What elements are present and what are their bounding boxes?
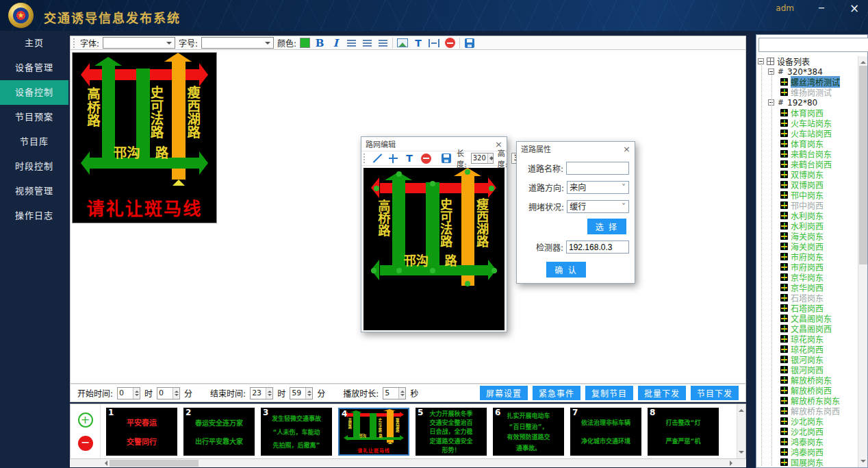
- font-size-select[interactable]: [201, 37, 274, 49]
- congestion-select[interactable]: 缓行: [567, 200, 629, 213]
- tree-device-1-2[interactable]: 火车站岗西: [758, 128, 857, 138]
- tree-root-device-list[interactable]: 设备列表: [758, 56, 857, 66]
- tree-device-1-4[interactable]: 来鹤台岗东: [758, 149, 857, 159]
- draw-road-button[interactable]: [370, 152, 383, 164]
- spin-up-icon[interactable]: [488, 153, 493, 158]
- props-dialog-titlebar[interactable]: 道路属性 ×: [517, 142, 635, 156]
- tree-device-0-0[interactable]: 螺丝湾桥测试: [758, 77, 857, 87]
- road-node[interactable]: [492, 268, 497, 273]
- scroll-left-icon[interactable]: [102, 460, 107, 466]
- playlist-item-1[interactable]: 1平安春运交警同行: [106, 408, 177, 456]
- tree-device-1-27[interactable]: 解放桥岗西: [758, 385, 857, 395]
- tree-device-1-34[interactable]: 国展岗东: [758, 457, 857, 467]
- road-node[interactable]: [465, 281, 470, 286]
- playlist-item-5[interactable]: 5大力开展秋冬季交通安全整治百日会战，全力稳定道路交通安全形势！: [416, 408, 487, 456]
- playlist-vertical-scrollbar[interactable]: [737, 404, 745, 458]
- schedule-button-0[interactable]: 屏幕设置: [480, 386, 528, 400]
- tree-device-1-22[interactable]: 琼花岗东: [758, 334, 857, 344]
- tree-device-1-19[interactable]: 石塔岗西: [758, 303, 857, 313]
- props-close-icon[interactable]: ×: [623, 144, 630, 154]
- playlist-item-8[interactable]: 8打击整改“灯严查严惩“机: [648, 408, 719, 456]
- select-detector-button[interactable]: 选 择: [587, 219, 626, 234]
- scrollbar-thumb[interactable]: [859, 66, 867, 264]
- roadnet-editor-canvas[interactable]: 高桥路史可法路瘦西湖路邗沟路: [363, 168, 505, 330]
- start-minute-spinner[interactable]: 0: [157, 387, 180, 399]
- scroll-down-icon[interactable]: [860, 460, 866, 465]
- end-minute-spinner[interactable]: 59: [290, 387, 313, 399]
- tree-device-1-20[interactable]: 文昌阁岗东: [758, 313, 857, 323]
- sign-preview[interactable]: 高桥路史可法路瘦西湖路邗沟路请礼让斑马线: [72, 52, 217, 223]
- tree-device-1-28[interactable]: 解放桥东岗东: [758, 395, 857, 406]
- roadnet-save-button[interactable]: [440, 152, 452, 164]
- sidebar-item-5[interactable]: 时段控制: [0, 154, 68, 179]
- tree-device-1-0[interactable]: 体育岗西: [758, 108, 857, 118]
- tree-device-1-23[interactable]: 琼花岗西: [758, 344, 857, 354]
- duration-spinner[interactable]: 5: [383, 387, 406, 399]
- add-program-button[interactable]: +: [78, 412, 93, 428]
- road-node[interactable]: [430, 268, 435, 273]
- remove-program-button[interactable]: −: [78, 436, 93, 451]
- scroll-right-icon[interactable]: [730, 460, 735, 466]
- detector-field[interactable]: [566, 241, 629, 254]
- tree-device-1-9[interactable]: 邗中岗西: [758, 200, 857, 210]
- fit-screen-button[interactable]: [428, 37, 440, 49]
- delete-element-button[interactable]: [444, 37, 456, 49]
- tree-group-320x384[interactable]: #320*384: [758, 66, 857, 77]
- color-swatch[interactable]: [300, 38, 310, 48]
- tree-device-1-15[interactable]: 市府岗西: [758, 262, 857, 272]
- length-spinner[interactable]: 320: [471, 153, 494, 164]
- sidebar-item-6[interactable]: 视频管理: [0, 179, 68, 204]
- device-tree-scrollbar[interactable]: [858, 56, 867, 467]
- road-direction-select[interactable]: 来向: [567, 181, 629, 194]
- tree-device-1-30[interactable]: 沙北岗东: [758, 416, 857, 426]
- playlist-item-4[interactable]: 4高桥路史可法路瘦西湖路邗沟路请礼让斑马线: [338, 408, 409, 456]
- road-node[interactable]: [396, 268, 402, 273]
- road-node[interactable]: [374, 186, 379, 191]
- sidebar-item-4[interactable]: 节目库: [0, 130, 68, 154]
- crossing-tool-button[interactable]: [387, 152, 399, 164]
- playlist-item-6[interactable]: 6扎实开展电动车“百日整治”，有效预防道路交通事故。: [493, 408, 564, 456]
- tree-device-1-12[interactable]: 海关岗东: [758, 231, 857, 241]
- playlist-item-2[interactable]: 2春运安全连万家出行平安靠大家: [183, 408, 255, 456]
- tree-device-1-5[interactable]: 来鹤台岗西: [758, 159, 857, 169]
- tree-device-1-8[interactable]: 邗中岗东: [758, 190, 857, 200]
- tree-device-1-14[interactable]: 市府岗东: [758, 251, 857, 262]
- spin-down-icon[interactable]: [488, 158, 493, 163]
- tree-device-1-16[interactable]: 京华岗东: [758, 272, 857, 282]
- road-node[interactable]: [465, 169, 470, 175]
- tree-device-1-26[interactable]: 解放桥岗东: [758, 375, 857, 385]
- confirm-button[interactable]: 确 认: [546, 262, 585, 278]
- sidebar-item-2[interactable]: 设备控制: [0, 80, 68, 105]
- tree-device-1-25[interactable]: 银河岗西: [758, 365, 857, 375]
- tree-device-1-33[interactable]: 鸿泰岗西: [758, 447, 857, 457]
- sidebar-item-7[interactable]: 操作日志: [0, 204, 68, 228]
- tree-device-1-18[interactable]: 石塔岗东: [758, 293, 857, 303]
- tree-device-1-11[interactable]: 水利岗西: [758, 221, 857, 231]
- design-canvas[interactable]: 高桥路史可法路瘦西湖路邗沟路请礼让斑马线 路网编辑 × T 长度: 320: [70, 50, 746, 384]
- italic-button[interactable]: I: [329, 37, 342, 49]
- tree-device-1-1[interactable]: 火车站岗东: [758, 118, 857, 128]
- bold-button[interactable]: B: [314, 37, 326, 49]
- insert-text-button[interactable]: T: [412, 37, 424, 49]
- insert-image-button[interactable]: [396, 37, 409, 49]
- tree-device-1-31[interactable]: 沙北岗西: [758, 426, 857, 436]
- tree-device-1-7[interactable]: 双博岗西: [758, 180, 857, 190]
- tree-device-0-1[interactable]: 维扬岗测试: [758, 87, 857, 97]
- roadnet-delete-button[interactable]: [420, 152, 432, 164]
- save-button[interactable]: [463, 37, 476, 49]
- font-select[interactable]: [103, 37, 175, 49]
- road-node[interactable]: [396, 171, 402, 177]
- schedule-button-2[interactable]: 复制节目: [585, 386, 633, 400]
- minimize-icon[interactable]: –: [813, 0, 830, 15]
- roadnet-dialog-titlebar[interactable]: 路网编辑 ×: [361, 137, 507, 151]
- tree-device-1-32[interactable]: 鸿泰岗东: [758, 436, 857, 447]
- sidebar-item-0[interactable]: 主页: [0, 31, 68, 56]
- tree-device-1-13[interactable]: 海关岗西: [758, 241, 857, 251]
- playlist-horizontal-scrollbar[interactable]: [70, 459, 746, 467]
- scroll-down-icon[interactable]: [739, 451, 744, 456]
- tree-device-1-24[interactable]: 银河岗东: [758, 354, 857, 365]
- schedule-button-4[interactable]: 节目下发: [691, 386, 739, 400]
- schedule-button-1[interactable]: 紧急事件: [533, 386, 580, 400]
- sidebar-item-1[interactable]: 设备管理: [0, 56, 68, 80]
- close-icon[interactable]: ×: [846, 1, 863, 15]
